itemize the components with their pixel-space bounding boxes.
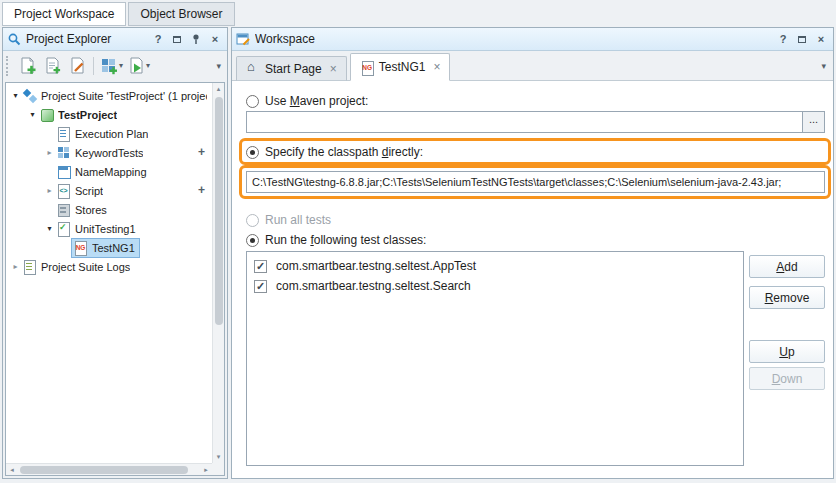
scroll-left-icon[interactable]: ◂	[6, 464, 18, 476]
tab-testng1[interactable]: TestNG1 ×	[350, 53, 451, 81]
expander-icon[interactable]: ▾	[10, 91, 21, 100]
project-tree: ▾ Project Suite 'TestProject' (1 project…	[6, 86, 211, 462]
remove-button[interactable]: Remove	[749, 286, 825, 309]
tree-item-unittesting1[interactable]: ▾ UnitTesting1	[6, 219, 211, 238]
tree-item-icon	[56, 126, 71, 141]
add-project-icon[interactable]: ▾	[98, 54, 125, 79]
project-tree-container: ▾ Project Suite 'TestProject' (1 project…	[5, 82, 225, 476]
toolbar-separator	[93, 57, 94, 75]
tree-item-icon	[73, 240, 88, 255]
tree-horizontal-scrollbar: ◂ ▸	[6, 463, 212, 475]
workspace-icon	[236, 32, 250, 46]
expander-icon[interactable]: ▾	[44, 224, 55, 233]
workspace-header: Workspace ? ×	[232, 28, 833, 51]
chevron-down-icon: ▾	[119, 62, 123, 70]
tree-item-icon	[56, 164, 71, 179]
tab-project-workspace[interactable]: Project Workspace	[2, 2, 126, 26]
chevron-down-icon: ▾	[146, 62, 150, 70]
close-tab-icon[interactable]: ×	[433, 60, 440, 74]
add-child-icon[interactable]: +	[195, 183, 208, 198]
tab-list-chevron-icon[interactable]: ▾	[818, 61, 829, 71]
down-button[interactable]: Down	[749, 367, 825, 390]
testng-editor: Use Maven project: ... Specify the class…	[232, 81, 833, 478]
edit-item-icon[interactable]	[65, 54, 89, 79]
toolbar-overflow-icon[interactable]: ▾	[213, 61, 224, 71]
tree-item-execution-plan[interactable]: Execution Plan	[6, 124, 211, 143]
float-window-icon[interactable]	[794, 31, 810, 47]
tree-item-icon	[56, 221, 71, 236]
scrollbar-thumb[interactable]	[20, 466, 188, 474]
project-explorer-toolbar: ▾ ▾ ▾	[3, 51, 227, 81]
maven-project-field[interactable]: ...	[246, 111, 825, 133]
tree-item-script[interactable]: ▸ Script +	[6, 181, 211, 200]
add-button[interactable]: Add	[749, 255, 825, 278]
panel-title: Project Explorer	[26, 32, 147, 46]
expander-icon[interactable]: ▸	[44, 186, 55, 195]
scroll-down-icon[interactable]: ▾	[213, 451, 225, 463]
close-icon[interactable]: ×	[813, 31, 829, 47]
radio-icon	[246, 214, 259, 227]
classpath-input[interactable]: C:\TestNG\testng-6.8.8.jar;C:\Tests\Sele…	[246, 171, 825, 193]
tab-object-browser[interactable]: Object Browser	[128, 2, 234, 26]
testcomplete-window: Project Workspace Object Browser Project…	[0, 0, 836, 483]
run-test-icon[interactable]: ▾	[126, 54, 152, 79]
checkbox[interactable]: ✓	[254, 280, 267, 293]
pin-icon[interactable]	[188, 31, 204, 47]
radio-run-following-classes[interactable]: Run the following test classes:	[246, 232, 426, 248]
scroll-up-icon[interactable]: ▴	[213, 83, 225, 95]
add-new-item-icon[interactable]	[15, 54, 39, 79]
tree-item-icon	[22, 259, 37, 274]
radio-icon	[246, 95, 259, 108]
toolbar-grip[interactable]	[6, 56, 12, 76]
up-button[interactable]: Up	[749, 340, 825, 363]
checkbox[interactable]: ✓	[254, 260, 267, 273]
tree-item-icon	[56, 202, 71, 217]
project-explorer-header: Project Explorer ? ×	[3, 28, 227, 51]
radio-run-all-tests[interactable]: Run all tests	[246, 212, 331, 228]
tree-item-testng1[interactable]: TestNG1	[6, 238, 211, 257]
document-tabbar: Start Page × TestNG1 × ▾	[232, 51, 833, 81]
close-tab-icon[interactable]: ×	[330, 62, 337, 76]
help-icon[interactable]: ?	[150, 31, 166, 47]
panel-title: Workspace	[255, 32, 772, 46]
list-buttons: AddRemoveUpDown	[749, 81, 828, 478]
expander-icon[interactable]: ▾	[27, 110, 38, 119]
radio-icon	[246, 234, 259, 247]
test-classes-list: ✓ com.smartbear.testng.seltest.AppTest ✓…	[246, 251, 744, 466]
close-icon[interactable]: ×	[207, 31, 223, 47]
expander-icon[interactable]: ▸	[44, 148, 55, 157]
scroll-right-icon[interactable]: ▸	[200, 464, 212, 476]
classpath-value: C:\TestNG\testng-6.8.8.jar;C:\Tests\Sele…	[247, 172, 824, 192]
project-explorer-panel: Project Explorer ? ×	[2, 27, 228, 479]
tree-item-stores[interactable]: Stores	[6, 200, 211, 219]
test-class-row[interactable]: ✓ com.smartbear.testng.seltest.Search	[247, 276, 743, 296]
tree-item-icon	[22, 88, 37, 103]
project-explorer-icon	[7, 32, 21, 46]
scrollbar-thumb[interactable]	[215, 97, 223, 325]
add-child-icon[interactable]: +	[195, 145, 208, 160]
main-tabbar: Project Workspace Object Browser	[0, 0, 836, 26]
radio-use-maven-project[interactable]: Use Maven project:	[246, 93, 368, 109]
test-class-row[interactable]: ✓ com.smartbear.testng.seltest.AppTest	[247, 256, 743, 276]
tree-vertical-scrollbar: ▴ ▾	[212, 83, 224, 463]
main-area: Project Explorer ? ×	[0, 26, 836, 481]
radio-icon	[246, 146, 259, 159]
tree-item-project-suite-logs[interactable]: ▸ Project Suite Logs	[6, 257, 211, 276]
radio-specify-classpath[interactable]: Specify the classpath directly:	[246, 144, 423, 160]
expander-icon[interactable]: ▸	[10, 262, 21, 271]
tab-start-page[interactable]: Start Page ×	[236, 56, 347, 81]
tree-item-testproject[interactable]: ▾ TestProject	[6, 105, 211, 124]
float-window-icon[interactable]	[169, 31, 185, 47]
help-icon[interactable]: ?	[775, 31, 791, 47]
tree-item-project-suite-testproject-1-project[interactable]: ▾ Project Suite 'TestProject' (1 project…	[6, 86, 211, 105]
document-tab-icon	[360, 60, 374, 75]
workspace-panel: Workspace ? × Start Page × TestNG1 × ▾ U…	[231, 27, 834, 479]
tree-item-namemapping[interactable]: NameMapping	[6, 162, 211, 181]
tree-item-keywordtests[interactable]: ▸ KeywordTests +	[6, 143, 211, 162]
tree-item-icon	[56, 183, 71, 198]
document-tab-icon	[246, 61, 260, 76]
browse-button[interactable]: ...	[802, 112, 824, 132]
add-existing-item-icon[interactable]	[40, 54, 64, 79]
scrollbar-corner	[212, 463, 224, 475]
tree-item-icon	[56, 145, 71, 160]
